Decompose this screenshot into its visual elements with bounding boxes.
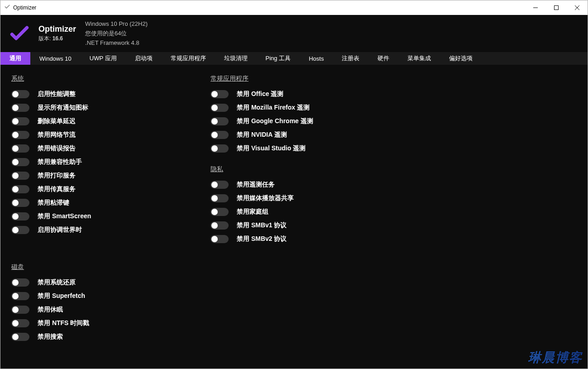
titlebar: Optimizer [0, 0, 588, 15]
disk-toggle-0[interactable] [11, 278, 29, 287]
tab-2[interactable]: UWP 应用 [81, 52, 126, 65]
group-title-privacy: 隐私 [210, 165, 410, 173]
app-version: 版本: 16.6 [38, 35, 76, 43]
group-apps: 禁用 Office 遥测禁用 Mozilla Firefox 遥测禁用 Goog… [210, 87, 410, 155]
apps-toggle-0[interactable] [210, 90, 229, 98]
disk-toggle-1[interactable] [11, 292, 29, 300]
privacy-label-3: 禁用 SMBv1 协议 [237, 221, 287, 230]
system-toggle-1[interactable] [11, 104, 29, 112]
system-row-3: 禁用网络节流 [11, 128, 210, 142]
app-id-block: Optimizer 版本: 16.6 [38, 24, 76, 43]
system-toggle-6[interactable] [11, 172, 29, 180]
group-privacy: 禁用遥测任务禁用媒体播放器共享禁用家庭组禁用 SMBv1 协议禁用 SMBv2 … [210, 178, 410, 246]
maximize-button[interactable] [546, 0, 567, 15]
apps-label-0: 禁用 Office 遥测 [237, 90, 283, 98]
privacy-label-2: 禁用家庭组 [237, 208, 268, 216]
disk-label-1: 禁用 Superfetch [38, 292, 85, 300]
close-button[interactable] [567, 0, 588, 15]
privacy-row-2: 禁用家庭组 [210, 205, 410, 219]
system-label-10: 启用协调世界时 [38, 226, 82, 234]
apps-row-3: 禁用 NVIDIA 遥测 [210, 128, 410, 142]
disk-label-3: 禁用 NTFS 时间戳 [38, 319, 89, 327]
disk-row-3: 禁用 NTFS 时间戳 [11, 316, 210, 330]
system-row-6: 禁用打印服务 [11, 169, 210, 182]
disk-label-0: 禁用系统还原 [38, 278, 76, 287]
system-toggle-2[interactable] [11, 117, 29, 125]
privacy-label-4: 禁用 SMBv2 协议 [237, 235, 287, 243]
disk-toggle-4[interactable] [11, 333, 29, 341]
app-name: Optimizer [38, 24, 76, 34]
disk-row-2: 禁用休眠 [11, 303, 210, 316]
system-toggle-7[interactable] [11, 185, 29, 193]
group-title-apps: 常规应用程序 [210, 75, 410, 83]
apps-toggle-3[interactable] [210, 131, 229, 139]
system-label-8: 禁用粘滞键 [38, 199, 69, 207]
tab-5[interactable]: 垃圾清理 [215, 52, 257, 65]
system-row-5: 禁用兼容性助手 [11, 155, 210, 169]
tab-1[interactable]: Windows 10 [30, 52, 81, 65]
tab-7[interactable]: Hosts [300, 52, 333, 65]
group-title-system: 系统 [11, 75, 210, 83]
privacy-toggle-2[interactable] [210, 208, 229, 216]
disk-row-4: 禁用搜索 [11, 330, 210, 344]
titlebar-left: Optimizer [4, 4, 36, 12]
svg-rect-1 [555, 6, 559, 10]
window-controls [525, 0, 588, 15]
tab-bar: 通用Windows 10UWP 应用启动项常规应用程序垃圾清理Ping 工具Ho… [0, 52, 588, 65]
privacy-toggle-1[interactable] [210, 194, 229, 202]
apps-toggle-4[interactable] [210, 144, 229, 153]
left-column: 系统 启用性能调整显示所有通知图标删除菜单延迟禁用网络节流禁用错误报告禁用兼容性… [11, 73, 210, 360]
privacy-row-3: 禁用 SMBv1 协议 [210, 219, 410, 232]
tab-4[interactable]: 常规应用程序 [162, 52, 215, 65]
system-row-4: 禁用错误报告 [11, 142, 210, 155]
version-label: 版本: [38, 35, 51, 42]
system-toggle-5[interactable] [11, 158, 29, 166]
system-row-1: 显示所有通知图标 [11, 101, 210, 115]
privacy-toggle-0[interactable] [210, 181, 229, 189]
apps-toggle-1[interactable] [210, 104, 229, 112]
window-title: Optimizer [13, 5, 36, 11]
disk-toggle-2[interactable] [11, 306, 29, 314]
framework-line: .NET Framework 4.8 [85, 38, 148, 48]
system-row-8: 禁用粘滞键 [11, 196, 210, 210]
apps-label-4: 禁用 Visual Studio 遥测 [237, 144, 306, 153]
system-toggle-0[interactable] [11, 90, 29, 98]
privacy-label-1: 禁用媒体播放器共享 [237, 194, 294, 202]
disk-toggle-3[interactable] [11, 319, 29, 327]
apps-row-1: 禁用 Mozilla Firefox 遥测 [210, 101, 410, 115]
system-toggle-8[interactable] [11, 199, 29, 207]
system-toggle-10[interactable] [11, 226, 29, 234]
version-value: 16.6 [53, 35, 63, 42]
system-label-5: 禁用兼容性助手 [38, 158, 82, 166]
system-label-7: 禁用传真服务 [38, 185, 76, 193]
tab-10[interactable]: 菜单集成 [398, 52, 440, 65]
arch-line: 您使用的是64位 [85, 29, 148, 38]
apps-label-3: 禁用 NVIDIA 遥测 [237, 131, 287, 139]
right-column: 常规应用程序 禁用 Office 遥测禁用 Mozilla Firefox 遥测… [210, 73, 410, 360]
privacy-toggle-4[interactable] [210, 235, 229, 243]
system-toggle-3[interactable] [11, 131, 29, 139]
tab-11[interactable]: 偏好选项 [440, 52, 482, 65]
app-window: Optimizer Optimizer 版本: 16.6 [0, 0, 588, 369]
content: 系统 启用性能调整显示所有通知图标删除菜单延迟禁用网络节流禁用错误报告禁用兼容性… [0, 65, 588, 369]
system-toggle-9[interactable] [11, 212, 29, 220]
tab-8[interactable]: 注册表 [333, 52, 368, 65]
os-line: Windows 10 Pro (22H2) [85, 19, 148, 29]
system-row-10: 启用协调世界时 [11, 223, 210, 237]
minimize-button[interactable] [525, 0, 546, 15]
tab-6[interactable]: Ping 工具 [257, 52, 300, 65]
logo-check-icon [10, 24, 29, 43]
apps-label-1: 禁用 Mozilla Firefox 遥测 [237, 104, 310, 112]
privacy-label-0: 禁用遥测任务 [237, 181, 275, 189]
tab-3[interactable]: 启动项 [126, 52, 162, 65]
system-label-1: 显示所有通知图标 [38, 104, 88, 112]
system-label-4: 禁用错误报告 [38, 144, 76, 153]
watermark: 琳晨博客 [528, 349, 583, 366]
system-toggle-4[interactable] [11, 144, 29, 153]
disk-label-2: 禁用休眠 [38, 306, 63, 314]
apps-toggle-2[interactable] [210, 117, 229, 125]
apps-row-0: 禁用 Office 遥测 [210, 87, 410, 101]
privacy-toggle-3[interactable] [210, 221, 229, 230]
tab-0[interactable]: 通用 [0, 52, 30, 65]
tab-9[interactable]: 硬件 [368, 52, 398, 65]
